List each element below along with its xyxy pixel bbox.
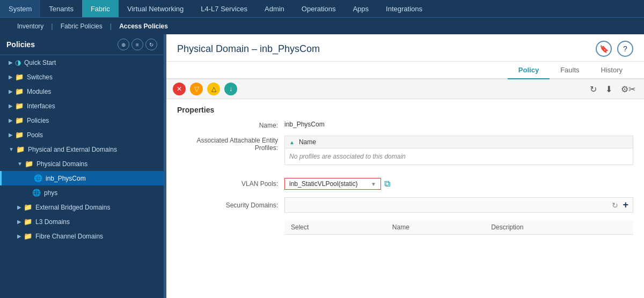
main-layout: Policies ⊕ ≡ ↻ ▶ ◑ Quick Start ▶ 📁 Switc… (0, 34, 644, 298)
nav-virtual-networking[interactable]: Virtual Networking (119, 0, 192, 17)
sidebar-item-label: Quick Start (24, 59, 56, 66)
sidebar-item-label: Switches (27, 73, 53, 81)
arrow-icon: ▶ (17, 219, 21, 225)
sidebar-item-label: Interfaces (27, 102, 55, 110)
arrow-icon: ▶ (9, 88, 13, 94)
sidebar-icon-group: ⊕ ≡ ↻ (118, 39, 157, 50)
toolbar-right: ↻ ⬇ ⚙✂ (588, 83, 638, 95)
vlan-select-dropdown[interactable]: inb_StaticVLPool(static) ▼ (284, 178, 381, 190)
toolbar-teal-button[interactable]: ↓ (224, 83, 237, 95)
sidebar-item-interfaces[interactable]: ▶ 📁 Interfaces (0, 99, 164, 113)
arrow-icon: ▶ (9, 132, 13, 138)
sidebar-item-label: External Bridged Domains (35, 204, 110, 211)
section-title: Properties (177, 106, 633, 114)
nav-apps[interactable]: Apps (344, 0, 377, 17)
folder-icon: 📁 (16, 145, 25, 153)
security-refresh-icon[interactable]: ↻ (612, 201, 618, 210)
sidebar-refresh-icon[interactable]: ↻ (145, 39, 157, 50)
nav-admin[interactable]: Admin (256, 0, 293, 17)
sidebar-item-modules[interactable]: ▶ 📁 Modules (0, 84, 164, 99)
sidebar-item-phys[interactable]: ▶ 🌐 phys (0, 185, 164, 200)
arrow-icon: ▼ (9, 146, 14, 152)
sidebar-item-label: L3 Domains (35, 218, 70, 226)
sidebar-header: Policies ⊕ ≡ ↻ (0, 34, 164, 55)
sidebar-item-l3-domains[interactable]: ▶ 📁 L3 Domains (0, 214, 164, 229)
entity-table-empty-message: No profiles are associated to this domai… (285, 148, 633, 165)
entity-table-container: ▲ Name No profiles are associated to thi… (284, 136, 633, 165)
tab-history[interactable]: History (590, 62, 633, 79)
sidebar-item-label: Policies (27, 117, 49, 124)
vlan-select-value: inb_StaticVLPool(static) (289, 180, 357, 188)
toolbar-tools-icon[interactable]: ⚙✂ (619, 83, 638, 95)
sidebar-item-physical-domains[interactable]: ▼ 📁 Physical Domains (0, 157, 164, 171)
content-header: Physical Domain – inb_PhysCom 🔖 ? (166, 34, 644, 62)
sidebar-item-label: Fibre Channel Domains (35, 233, 103, 240)
toolbar: ✕ ▽ △ ↓ ↻ ⬇ ⚙✂ (166, 79, 644, 99)
vlan-label: VLAN Pools: (177, 180, 284, 188)
sidebar-item-policies[interactable]: ▶ 📁 Policies (0, 113, 164, 128)
tab-policy[interactable]: Policy (508, 62, 550, 79)
sub-nav-separator-2: | (109, 22, 113, 30)
folder-icon: 📁 (15, 116, 24, 124)
nav-system[interactable]: System (0, 0, 40, 17)
arrow-icon: ▶ (9, 117, 13, 123)
dropdown-arrow-icon: ▼ (371, 181, 376, 187)
name-row: Name: inb_PhysCom (177, 121, 633, 129)
sidebar-item-fibre-channel-domains[interactable]: ▶ 📁 Fibre Channel Domains (0, 229, 164, 243)
subnav-fabric-policies[interactable]: Fabric Policies (54, 18, 109, 34)
sidebar-item-physical-external-domains[interactable]: ▼ 📁 Physical and External Domains (0, 142, 164, 157)
sidebar-circle-plus-icon[interactable]: ⊕ (118, 39, 129, 50)
toolbar-orange-button[interactable]: ▽ (190, 83, 203, 95)
sidebar-item-pools[interactable]: ▶ 📁 Pools (0, 128, 164, 142)
sidebar-item-switches[interactable]: ▶ 📁 Switches (0, 70, 164, 84)
tabs-bar: Policy Faults History (166, 62, 644, 79)
col-name: Name (386, 220, 485, 235)
tab-faults[interactable]: Faults (550, 62, 590, 79)
sidebar-item-label: Physical Domains (36, 160, 87, 168)
vlan-value-container: inb_StaticVLPool(static) ▼ ⧉ (284, 178, 633, 190)
security-label: Security Domains: (177, 202, 284, 209)
nav-operations[interactable]: Operations (293, 0, 345, 17)
col-select: Select (284, 220, 386, 235)
sort-icon: ▲ (289, 139, 295, 145)
sub-nav-separator-1: | (50, 22, 54, 30)
content-area: Physical Domain – inb_PhysCom 🔖 ? Policy… (166, 34, 644, 298)
sidebar-item-label: phys (44, 189, 57, 197)
arrow-icon: ▶ (17, 233, 21, 239)
entity-table-header[interactable]: ▲ Name (285, 136, 633, 148)
subnav-access-policies[interactable]: Access Policies (113, 18, 174, 34)
subnav-inventory[interactable]: Inventory (11, 18, 50, 34)
nav-l4l7[interactable]: L4-L7 Services (192, 0, 256, 17)
sidebar-list-icon[interactable]: ≡ (131, 39, 143, 50)
nav-integrations[interactable]: Integrations (377, 0, 431, 17)
copy-link-icon[interactable]: ⧉ (384, 179, 390, 189)
properties-section: Properties Name: inb_PhysCom Associated … (166, 99, 644, 178)
sidebar-item-inb-physcom[interactable]: ▶ 🌐 inb_PhysCom (0, 171, 164, 185)
folder-icon: 📁 (15, 131, 24, 139)
sidebar-item-label: Modules (27, 88, 51, 95)
help-icon[interactable]: ? (617, 41, 633, 57)
nav-fabric[interactable]: Fabric (82, 0, 119, 17)
security-input-area[interactable]: ↻ + (284, 197, 633, 213)
sidebar: Policies ⊕ ≡ ↻ ▶ ◑ Quick Start ▶ 📁 Switc… (0, 34, 164, 298)
sidebar-item-quick-start[interactable]: ▶ ◑ Quick Start (0, 55, 164, 70)
top-nav: System Tenants Fabric Virtual Networking… (0, 0, 644, 17)
arrow-icon: ▶ (17, 204, 21, 210)
globe-icon: 🌐 (32, 189, 41, 197)
name-label: Name: (177, 121, 284, 129)
folder-icon: 📁 (15, 87, 24, 95)
bookmark-icon[interactable]: 🔖 (596, 41, 612, 57)
sidebar-item-external-bridged-domains[interactable]: ▶ 📁 External Bridged Domains (0, 200, 164, 214)
security-add-icon[interactable]: + (623, 199, 628, 211)
folder-icon: 📁 (24, 218, 32, 226)
sidebar-item-label: Pools (27, 131, 43, 139)
folder-icon: 📁 (15, 73, 24, 81)
toolbar-red-button[interactable]: ✕ (173, 83, 186, 95)
toolbar-yellow-button[interactable]: △ (207, 83, 220, 95)
toolbar-refresh-icon[interactable]: ↻ (588, 83, 599, 95)
toolbar-left: ✕ ▽ △ ↓ (173, 83, 237, 95)
nav-tenants[interactable]: Tenants (40, 0, 82, 17)
page-title: Physical Domain – inb_PhysCom (177, 43, 320, 55)
quick-start-icon: ◑ (15, 58, 21, 66)
toolbar-download-icon[interactable]: ⬇ (603, 83, 614, 95)
